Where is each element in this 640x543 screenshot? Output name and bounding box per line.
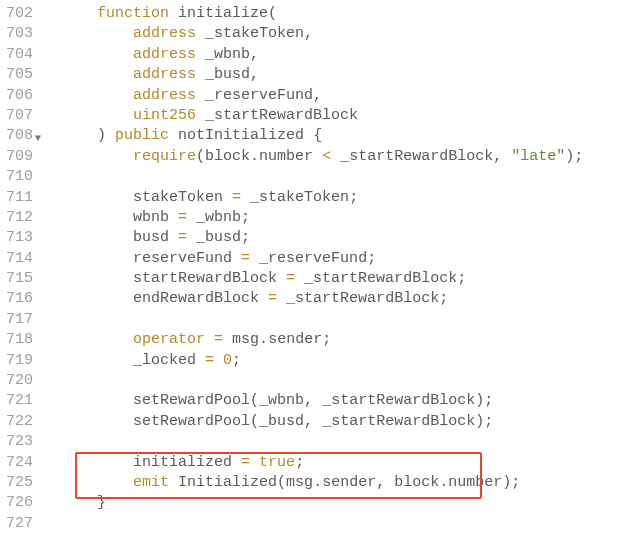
code-area: function initialize( address _stakeToken… — [43, 4, 640, 534]
code-line — [61, 310, 640, 330]
line-number: 721 — [6, 391, 33, 411]
line-gutter: 702703704705706707708▼709710711712713714… — [0, 4, 43, 534]
line-number: 707 — [6, 106, 33, 126]
code-line — [61, 167, 640, 187]
code-line: function initialize( — [61, 4, 640, 24]
code-editor: 702703704705706707708▼709710711712713714… — [0, 0, 640, 538]
line-number: 723 — [6, 432, 33, 452]
code-line: reserveFund = _reserveFund; — [61, 249, 640, 269]
line-number: 724 — [6, 453, 33, 473]
line-number: 704 — [6, 45, 33, 65]
line-number: 719 — [6, 351, 33, 371]
line-number: 710 — [6, 167, 33, 187]
line-number: 702 — [6, 4, 33, 24]
code-line: uint256 _startRewardBlock — [61, 106, 640, 126]
code-line — [61, 432, 640, 452]
line-number: 709 — [6, 147, 33, 167]
code-line: operator = msg.sender; — [61, 330, 640, 350]
line-number: 712 — [6, 208, 33, 228]
line-number: 717 — [6, 310, 33, 330]
line-number: 705 — [6, 65, 33, 85]
code-line: setRewardPool(_busd, _startRewardBlock); — [61, 412, 640, 432]
line-number: 720 — [6, 371, 33, 391]
line-number: 725 — [6, 473, 33, 493]
code-line — [61, 371, 640, 391]
line-number: 711 — [6, 188, 33, 208]
code-line: _locked = 0; — [61, 351, 640, 371]
line-number: 708▼ — [6, 126, 33, 146]
code-line: address _busd, — [61, 65, 640, 85]
line-number: 718 — [6, 330, 33, 350]
line-number: 716 — [6, 289, 33, 309]
code-line — [61, 514, 640, 534]
code-line: endRewardBlock = _startRewardBlock; — [61, 289, 640, 309]
line-number: 715 — [6, 269, 33, 289]
code-line: startRewardBlock = _startRewardBlock; — [61, 269, 640, 289]
code-line: busd = _busd; — [61, 228, 640, 248]
line-number: 714 — [6, 249, 33, 269]
code-line: emit Initialized(msg.sender, block.numbe… — [61, 473, 640, 493]
code-line: setRewardPool(_wbnb, _startRewardBlock); — [61, 391, 640, 411]
fold-icon[interactable]: ▼ — [35, 129, 41, 149]
line-number: 713 — [6, 228, 33, 248]
line-number: 726 — [6, 493, 33, 513]
code-line: require(block.number < _startRewardBlock… — [61, 147, 640, 167]
code-line: stakeToken = _stakeToken; — [61, 188, 640, 208]
code-line: address _wbnb, — [61, 45, 640, 65]
code-line: address _reserveFund, — [61, 86, 640, 106]
line-number: 703 — [6, 24, 33, 44]
code-line: wbnb = _wbnb; — [61, 208, 640, 228]
code-line: ) public notInitialized { — [61, 126, 640, 146]
code-line: } — [61, 493, 640, 513]
line-number: 722 — [6, 412, 33, 432]
code-line: address _stakeToken, — [61, 24, 640, 44]
code-line: initialized = true; — [61, 453, 640, 473]
line-number: 706 — [6, 86, 33, 106]
line-number: 727 — [6, 514, 33, 534]
